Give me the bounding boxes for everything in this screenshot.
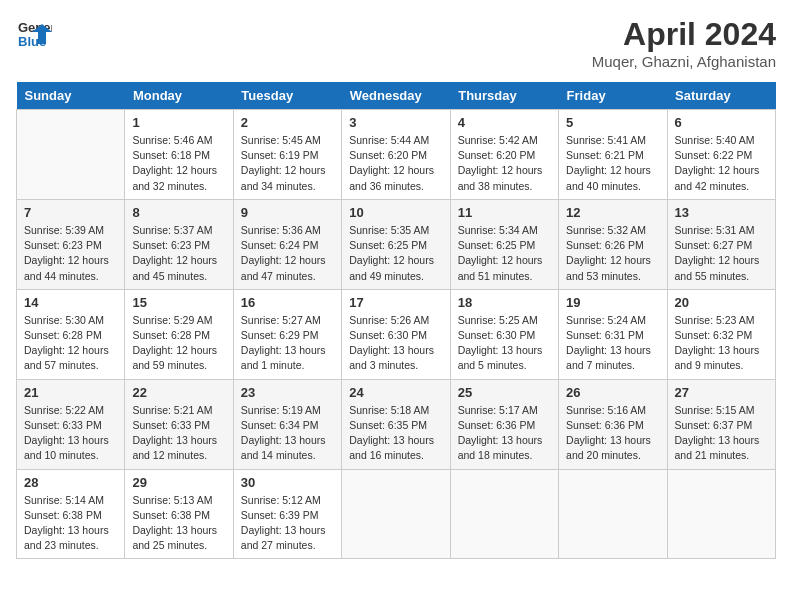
calendar-cell: 24Sunrise: 5:18 AM Sunset: 6:35 PM Dayli… <box>342 379 450 469</box>
calendar-cell: 7Sunrise: 5:39 AM Sunset: 6:23 PM Daylig… <box>17 199 125 289</box>
col-wednesday: Wednesday <box>342 82 450 110</box>
col-tuesday: Tuesday <box>233 82 341 110</box>
month-title: April 2024 <box>592 16 776 53</box>
calendar-cell: 20Sunrise: 5:23 AM Sunset: 6:32 PM Dayli… <box>667 289 775 379</box>
day-number: 14 <box>24 295 117 310</box>
day-number: 18 <box>458 295 551 310</box>
calendar-cell: 8Sunrise: 5:37 AM Sunset: 6:23 PM Daylig… <box>125 199 233 289</box>
day-number: 3 <box>349 115 442 130</box>
day-info: Sunrise: 5:32 AM Sunset: 6:26 PM Dayligh… <box>566 223 659 284</box>
day-number: 10 <box>349 205 442 220</box>
calendar-cell: 26Sunrise: 5:16 AM Sunset: 6:36 PM Dayli… <box>559 379 667 469</box>
day-number: 21 <box>24 385 117 400</box>
day-number: 12 <box>566 205 659 220</box>
calendar-cell: 3Sunrise: 5:44 AM Sunset: 6:20 PM Daylig… <box>342 110 450 200</box>
day-info: Sunrise: 5:21 AM Sunset: 6:33 PM Dayligh… <box>132 403 225 464</box>
day-info: Sunrise: 5:25 AM Sunset: 6:30 PM Dayligh… <box>458 313 551 374</box>
day-number: 13 <box>675 205 768 220</box>
day-number: 7 <box>24 205 117 220</box>
day-info: Sunrise: 5:17 AM Sunset: 6:36 PM Dayligh… <box>458 403 551 464</box>
day-number: 5 <box>566 115 659 130</box>
day-info: Sunrise: 5:22 AM Sunset: 6:33 PM Dayligh… <box>24 403 117 464</box>
calendar-week-4: 21Sunrise: 5:22 AM Sunset: 6:33 PM Dayli… <box>17 379 776 469</box>
col-saturday: Saturday <box>667 82 775 110</box>
day-info: Sunrise: 5:46 AM Sunset: 6:18 PM Dayligh… <box>132 133 225 194</box>
calendar-cell: 4Sunrise: 5:42 AM Sunset: 6:20 PM Daylig… <box>450 110 558 200</box>
day-number: 27 <box>675 385 768 400</box>
calendar-cell: 18Sunrise: 5:25 AM Sunset: 6:30 PM Dayli… <box>450 289 558 379</box>
calendar-cell: 16Sunrise: 5:27 AM Sunset: 6:29 PM Dayli… <box>233 289 341 379</box>
calendar-cell: 19Sunrise: 5:24 AM Sunset: 6:31 PM Dayli… <box>559 289 667 379</box>
calendar-cell: 12Sunrise: 5:32 AM Sunset: 6:26 PM Dayli… <box>559 199 667 289</box>
calendar-cell: 29Sunrise: 5:13 AM Sunset: 6:38 PM Dayli… <box>125 469 233 559</box>
day-number: 9 <box>241 205 334 220</box>
day-number: 8 <box>132 205 225 220</box>
svg-text:General: General <box>18 20 52 35</box>
day-info: Sunrise: 5:19 AM Sunset: 6:34 PM Dayligh… <box>241 403 334 464</box>
calendar-cell: 28Sunrise: 5:14 AM Sunset: 6:38 PM Dayli… <box>17 469 125 559</box>
calendar-week-3: 14Sunrise: 5:30 AM Sunset: 6:28 PM Dayli… <box>17 289 776 379</box>
calendar-cell: 17Sunrise: 5:26 AM Sunset: 6:30 PM Dayli… <box>342 289 450 379</box>
calendar-cell <box>667 469 775 559</box>
day-info: Sunrise: 5:40 AM Sunset: 6:22 PM Dayligh… <box>675 133 768 194</box>
day-number: 19 <box>566 295 659 310</box>
day-info: Sunrise: 5:18 AM Sunset: 6:35 PM Dayligh… <box>349 403 442 464</box>
day-info: Sunrise: 5:29 AM Sunset: 6:28 PM Dayligh… <box>132 313 225 374</box>
day-number: 24 <box>349 385 442 400</box>
calendar-cell: 6Sunrise: 5:40 AM Sunset: 6:22 PM Daylig… <box>667 110 775 200</box>
location-title: Muqer, Ghazni, Afghanistan <box>592 53 776 70</box>
calendar-cell: 27Sunrise: 5:15 AM Sunset: 6:37 PM Dayli… <box>667 379 775 469</box>
col-monday: Monday <box>125 82 233 110</box>
col-friday: Friday <box>559 82 667 110</box>
col-sunday: Sunday <box>17 82 125 110</box>
calendar-cell: 10Sunrise: 5:35 AM Sunset: 6:25 PM Dayli… <box>342 199 450 289</box>
day-info: Sunrise: 5:13 AM Sunset: 6:38 PM Dayligh… <box>132 493 225 554</box>
calendar-cell: 13Sunrise: 5:31 AM Sunset: 6:27 PM Dayli… <box>667 199 775 289</box>
day-number: 26 <box>566 385 659 400</box>
day-info: Sunrise: 5:23 AM Sunset: 6:32 PM Dayligh… <box>675 313 768 374</box>
day-number: 22 <box>132 385 225 400</box>
calendar-cell: 1Sunrise: 5:46 AM Sunset: 6:18 PM Daylig… <box>125 110 233 200</box>
day-info: Sunrise: 5:24 AM Sunset: 6:31 PM Dayligh… <box>566 313 659 374</box>
logo-icon: General Blue <box>16 16 52 52</box>
day-number: 28 <box>24 475 117 490</box>
calendar-cell <box>559 469 667 559</box>
day-info: Sunrise: 5:45 AM Sunset: 6:19 PM Dayligh… <box>241 133 334 194</box>
day-number: 16 <box>241 295 334 310</box>
day-info: Sunrise: 5:31 AM Sunset: 6:27 PM Dayligh… <box>675 223 768 284</box>
day-info: Sunrise: 5:35 AM Sunset: 6:25 PM Dayligh… <box>349 223 442 284</box>
day-number: 2 <box>241 115 334 130</box>
day-info: Sunrise: 5:30 AM Sunset: 6:28 PM Dayligh… <box>24 313 117 374</box>
calendar-cell <box>342 469 450 559</box>
day-number: 15 <box>132 295 225 310</box>
calendar-cell: 21Sunrise: 5:22 AM Sunset: 6:33 PM Dayli… <box>17 379 125 469</box>
calendar-cell: 30Sunrise: 5:12 AM Sunset: 6:39 PM Dayli… <box>233 469 341 559</box>
day-number: 23 <box>241 385 334 400</box>
day-number: 29 <box>132 475 225 490</box>
calendar-table: Sunday Monday Tuesday Wednesday Thursday… <box>16 82 776 559</box>
day-number: 17 <box>349 295 442 310</box>
day-info: Sunrise: 5:34 AM Sunset: 6:25 PM Dayligh… <box>458 223 551 284</box>
day-number: 11 <box>458 205 551 220</box>
day-info: Sunrise: 5:26 AM Sunset: 6:30 PM Dayligh… <box>349 313 442 374</box>
calendar-cell: 25Sunrise: 5:17 AM Sunset: 6:36 PM Dayli… <box>450 379 558 469</box>
calendar-cell <box>17 110 125 200</box>
day-info: Sunrise: 5:27 AM Sunset: 6:29 PM Dayligh… <box>241 313 334 374</box>
day-number: 20 <box>675 295 768 310</box>
day-info: Sunrise: 5:15 AM Sunset: 6:37 PM Dayligh… <box>675 403 768 464</box>
calendar-body: 1Sunrise: 5:46 AM Sunset: 6:18 PM Daylig… <box>17 110 776 559</box>
calendar-cell: 15Sunrise: 5:29 AM Sunset: 6:28 PM Dayli… <box>125 289 233 379</box>
calendar-cell: 9Sunrise: 5:36 AM Sunset: 6:24 PM Daylig… <box>233 199 341 289</box>
day-info: Sunrise: 5:36 AM Sunset: 6:24 PM Dayligh… <box>241 223 334 284</box>
logo: General Blue <box>16 16 52 52</box>
calendar-week-5: 28Sunrise: 5:14 AM Sunset: 6:38 PM Dayli… <box>17 469 776 559</box>
calendar-cell: 11Sunrise: 5:34 AM Sunset: 6:25 PM Dayli… <box>450 199 558 289</box>
day-info: Sunrise: 5:14 AM Sunset: 6:38 PM Dayligh… <box>24 493 117 554</box>
day-number: 4 <box>458 115 551 130</box>
calendar-cell: 2Sunrise: 5:45 AM Sunset: 6:19 PM Daylig… <box>233 110 341 200</box>
calendar-week-2: 7Sunrise: 5:39 AM Sunset: 6:23 PM Daylig… <box>17 199 776 289</box>
day-info: Sunrise: 5:12 AM Sunset: 6:39 PM Dayligh… <box>241 493 334 554</box>
day-info: Sunrise: 5:42 AM Sunset: 6:20 PM Dayligh… <box>458 133 551 194</box>
calendar-header: Sunday Monday Tuesday Wednesday Thursday… <box>17 82 776 110</box>
calendar-cell: 5Sunrise: 5:41 AM Sunset: 6:21 PM Daylig… <box>559 110 667 200</box>
